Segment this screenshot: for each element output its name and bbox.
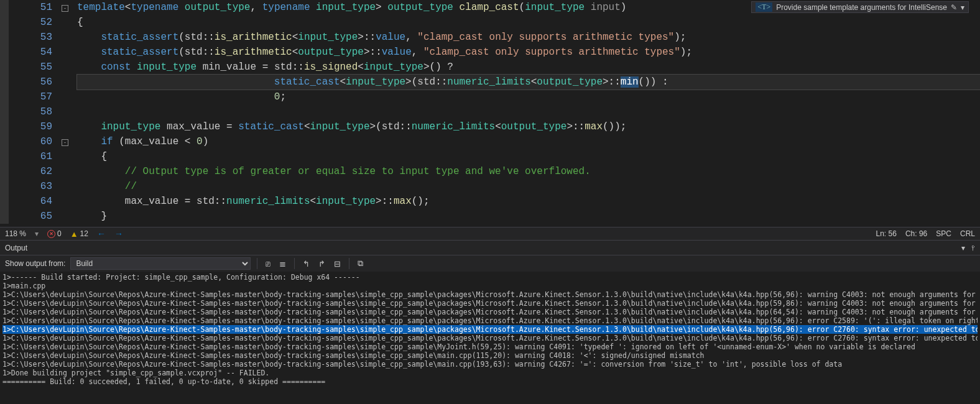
output-title: Output bbox=[5, 244, 27, 252]
code-editor[interactable]: <T> Provide sample template arguments fo… bbox=[0, 0, 980, 227]
stop-icon[interactable]: ⊟ bbox=[332, 258, 343, 270]
clear-icon[interactable]: ⎚ bbox=[264, 258, 272, 270]
show-output-label: Show output from: bbox=[5, 259, 65, 268]
output-panel-header: Output ▾ ⫯ bbox=[0, 241, 980, 255]
output-toolbar: Show output from: Build ⎚ ≣ ↰ ↱ ⊟ ⧉ bbox=[0, 255, 980, 272]
error-count[interactable]: ×0 bbox=[47, 229, 62, 238]
toggle-wrap-icon[interactable]: ≣ bbox=[277, 258, 288, 270]
template-tag: <T> bbox=[756, 2, 772, 12]
editor-status-bar: 118 % ▾ ×0 ▲12 ← → Ln: 56 Ch: 96 SPC CRL bbox=[0, 227, 980, 241]
dropdown-icon[interactable]: ▾ bbox=[961, 244, 965, 252]
indent-mode[interactable]: SPC bbox=[936, 229, 951, 238]
line-ending[interactable]: CRL bbox=[960, 229, 975, 238]
line-number-gutter: 515253545556575859606162636465 bbox=[9, 0, 62, 224]
nav-forward-icon[interactable]: → bbox=[114, 229, 123, 239]
breakpoint-margin[interactable] bbox=[0, 0, 9, 224]
nav-back-icon[interactable]: ← bbox=[97, 229, 106, 239]
pin-icon[interactable]: ⫯ bbox=[971, 244, 975, 252]
edit-icon[interactable]: ✎ bbox=[951, 3, 957, 12]
prev-msg-icon[interactable]: ↰ bbox=[301, 258, 312, 270]
col-indicator: Ch: 96 bbox=[905, 229, 927, 238]
warning-icon: ▲ bbox=[70, 229, 78, 239]
output-source-select[interactable]: Build bbox=[70, 257, 251, 270]
zoom-level[interactable]: 118 % bbox=[5, 229, 26, 238]
chevron-down-icon[interactable]: ▾ bbox=[961, 3, 964, 12]
intellisense-text: Provide sample template arguments for In… bbox=[776, 3, 947, 12]
next-msg-icon[interactable]: ↱ bbox=[317, 258, 327, 270]
code-content[interactable]: template<typename output_type, typename … bbox=[77, 0, 980, 224]
fold-gutter[interactable]: -- bbox=[62, 0, 77, 224]
output-text[interactable]: 1>------ Build started: Project: simple_… bbox=[0, 272, 980, 404]
intellisense-hint[interactable]: <T> Provide sample template arguments fo… bbox=[751, 1, 969, 13]
warning-count[interactable]: ▲12 bbox=[70, 229, 88, 239]
options-icon[interactable]: ⧉ bbox=[356, 257, 365, 270]
error-icon: × bbox=[47, 230, 55, 238]
line-indicator: Ln: 56 bbox=[876, 229, 897, 238]
